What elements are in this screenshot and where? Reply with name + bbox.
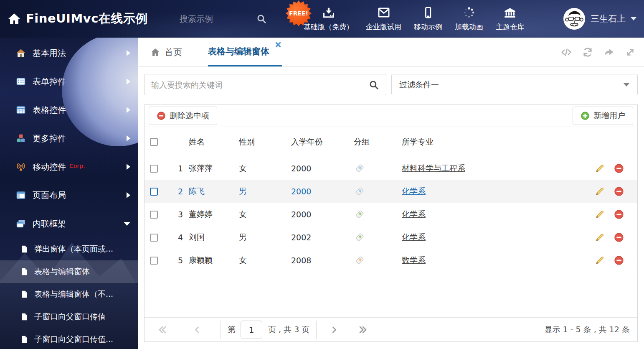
select-all-checkbox[interactable] [150, 138, 158, 146]
table-row[interactable]: 3 董婷婷 女 2000 化学系 [145, 203, 637, 226]
sidebar-item-grid-controls[interactable]: 表格控件 [0, 96, 138, 124]
filter-dropdown[interactable]: 过滤条件一 [391, 74, 638, 95]
add-user-button[interactable]: 新增用户 [573, 107, 633, 125]
minus-circle-icon [157, 111, 166, 120]
expand-icon[interactable] [625, 47, 636, 58]
page-suffix: 页 , 共 3 页 [268, 324, 309, 335]
tag-icon [354, 163, 365, 174]
nav-enterprise-trial-button[interactable]: 企业版试用 [366, 6, 401, 32]
share-icon[interactable] [603, 47, 614, 58]
table-icon [16, 105, 26, 115]
table-row[interactable]: 2 陈飞 男 2000 化学系 [145, 180, 637, 203]
tab-grid-edit-window[interactable]: 表格与编辑窗体 [208, 38, 282, 66]
sidebar-item-form-controls[interactable]: 表单控件 [0, 67, 138, 96]
tag-icon [354, 255, 365, 266]
sidebar-item-basic-usage[interactable]: 基本用法 [0, 39, 138, 67]
first-page-button[interactable] [158, 325, 167, 334]
submenu-item-grid-edit-window[interactable]: 表格与编辑窗体 [0, 260, 138, 283]
close-icon[interactable] [275, 42, 281, 48]
divider [316, 321, 317, 339]
submenu-item-child-to-parent-2[interactable]: 子窗口向父窗口传值... [0, 328, 138, 349]
cell-gender: 女 [239, 209, 291, 220]
chevron-right-icon [127, 164, 130, 170]
row-checkbox[interactable] [150, 234, 158, 242]
sidebar-item-iframe[interactable]: 内联框架 [0, 209, 138, 238]
major-link[interactable]: 化学系 [402, 186, 426, 196]
delete-icon[interactable] [614, 232, 624, 242]
delete-icon[interactable] [614, 163, 624, 173]
major-link[interactable]: 材料科学与工程系 [402, 163, 465, 173]
row-checkbox[interactable] [150, 257, 158, 265]
refresh-icon[interactable] [582, 47, 593, 58]
keyword-search-input[interactable] [151, 80, 368, 89]
row-checkbox[interactable] [150, 211, 158, 219]
chevron-right-icon [127, 107, 130, 113]
last-page-button[interactable] [358, 325, 368, 334]
edit-icon[interactable] [595, 209, 605, 219]
delete-icon[interactable] [614, 255, 624, 265]
col-major: 所学专业 [402, 137, 595, 148]
user-menu[interactable]: 三生石上 [563, 0, 636, 38]
sidebar-item-more-controls[interactable]: 更多控件 [0, 124, 138, 153]
col-group: 分组 [354, 137, 402, 148]
submenu-item-popup-window[interactable]: 弹出窗体（本页面或... [0, 238, 138, 260]
table-row[interactable]: 5 康颖颖 女 2008 数学系 [145, 249, 637, 272]
edit-icon[interactable] [595, 163, 605, 173]
delete-selected-button[interactable]: 删除选中项 [149, 107, 217, 125]
edit-icon[interactable] [595, 255, 605, 265]
page-number-input[interactable] [241, 321, 262, 339]
sidebar-submenu: 弹出窗体（本页面或... 表格与编辑窗体 表格与编辑窗体（不... 子窗口向父窗… [0, 238, 138, 349]
table-row[interactable]: 1 张萍萍 女 2000 材料科学与工程系 [145, 157, 637, 180]
table-row[interactable]: 4 刘国 男 2002 化学系 [145, 226, 637, 249]
cell-gender: 男 [239, 232, 291, 243]
major-link[interactable]: 化学系 [402, 209, 426, 219]
cell-gender: 女 [239, 163, 291, 174]
prev-page-button[interactable] [193, 326, 201, 334]
cell-name: 董婷婷 [189, 209, 239, 220]
major-link[interactable]: 化学系 [402, 232, 426, 242]
edit-icon[interactable] [595, 186, 605, 196]
envelope-icon [377, 6, 390, 19]
edit-icon[interactable] [595, 232, 605, 242]
major-link[interactable]: 数学系 [402, 255, 426, 265]
nav-mobile-demo-button[interactable]: 移动示例 [414, 6, 442, 32]
header-search-input[interactable] [180, 14, 244, 24]
spinner-icon [462, 6, 476, 19]
search-icon[interactable] [368, 79, 379, 90]
record-summary: 显示 1 - 5 条 , 共 12 条 [544, 324, 630, 335]
next-page-button[interactable] [330, 326, 338, 334]
delete-icon[interactable] [614, 209, 624, 219]
sidebar: 基本用法 表单控件 表格控件 更多控件 移动控件 Corp. 页面布局 [0, 38, 138, 349]
delete-icon[interactable] [614, 186, 624, 196]
home-tab-icon [150, 47, 160, 57]
nav-basic-edition-button[interactable]: 基础版（免费） [304, 6, 353, 32]
search-icon[interactable] [256, 13, 267, 24]
sidebar-item-page-layout[interactable]: 页面布局 [0, 181, 138, 209]
grid-panel: 删除选中项 新增用户 姓名 性别 入学年份 分组 所学专业 1 张萍萍 女 20… [144, 104, 638, 342]
submenu-item-child-to-parent[interactable]: 子窗口向父窗口传值 [0, 306, 138, 328]
source-code-icon[interactable] [561, 47, 572, 58]
cell-year: 2000 [291, 164, 354, 173]
corp-badge: Corp. [69, 163, 85, 169]
col-name: 姓名 [189, 137, 239, 148]
app-title: FineUIMvc在线示例 [26, 10, 148, 27]
nav-theme-repo-button[interactable]: 主题仓库 [496, 6, 524, 32]
chevron-right-icon [127, 135, 130, 141]
tab-home[interactable]: 首页 [150, 38, 182, 66]
chevron-right-icon [127, 79, 130, 84]
app-logo[interactable]: FineUIMvc在线示例 [8, 0, 148, 38]
mobile-icon [421, 6, 435, 19]
row-checkbox[interactable] [150, 165, 158, 173]
nav-label: 主题仓库 [496, 22, 524, 32]
main-content: 首页 表格与编辑窗体 过滤条件一 删除选中项 [138, 38, 644, 349]
cell-gender: 女 [239, 255, 291, 266]
avatar [563, 8, 586, 30]
home-logo-icon [8, 12, 21, 25]
submenu-item-grid-edit-window-2[interactable]: 表格与编辑窗体（不... [0, 283, 138, 306]
nav-loading-animation-button[interactable]: 加载动画 [455, 6, 483, 32]
frames-icon [16, 219, 26, 229]
filter-row: 过滤条件一 [138, 67, 644, 95]
cell-name: 陈飞 [189, 186, 239, 197]
row-checkbox[interactable] [150, 188, 158, 196]
sidebar-item-mobile-controls[interactable]: 移动控件 Corp. [0, 153, 138, 181]
